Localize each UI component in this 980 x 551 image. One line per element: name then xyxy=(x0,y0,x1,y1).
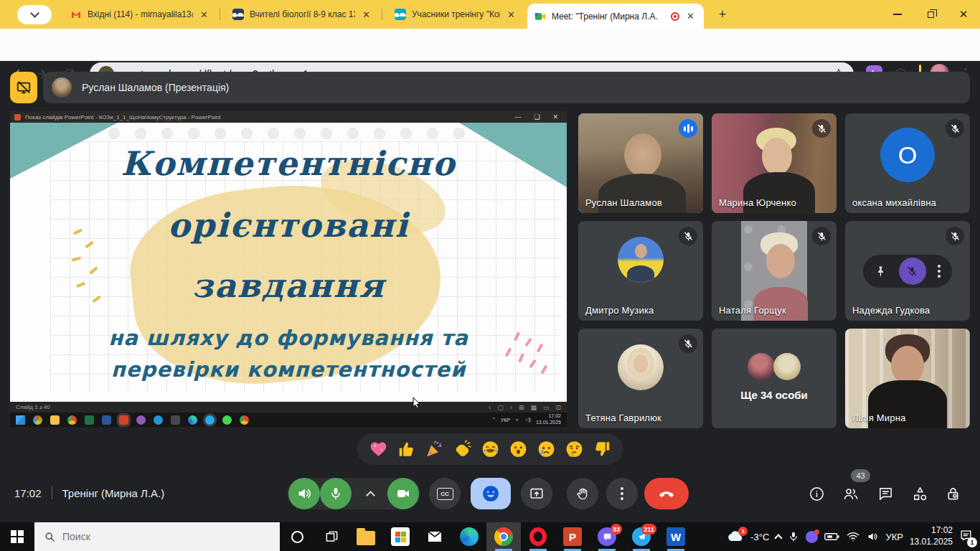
stop-presenting-button[interactable] xyxy=(10,72,37,103)
minimize-icon xyxy=(893,14,902,15)
camera-button[interactable] xyxy=(387,478,419,509)
meeting-details-button[interactable] xyxy=(808,485,825,502)
participant-tile[interactable]: Руслан Шаламов xyxy=(578,113,703,213)
battery-icon[interactable] xyxy=(824,532,840,542)
taskbar-viber[interactable]: 33 xyxy=(590,522,624,551)
wifi-icon[interactable] xyxy=(847,531,859,542)
volume-icon[interactable] xyxy=(866,531,879,542)
show-participants-button[interactable] xyxy=(842,485,859,502)
clapping-hands-icon[interactable] xyxy=(453,440,472,459)
tray-viber[interactable] xyxy=(806,531,818,543)
slide: Компетентнісно орієнтовані завдання на ш… xyxy=(10,123,567,402)
participant-name: Наталя Горщук xyxy=(719,305,786,316)
thumbs-up-icon[interactable] xyxy=(397,440,416,459)
view-reading-icon[interactable]: ▦ xyxy=(530,404,537,411)
host-controls-button[interactable] xyxy=(944,485,961,502)
slide-title-line: Компетентнісно xyxy=(39,144,538,183)
opera-icon xyxy=(529,527,547,546)
activities-button[interactable] xyxy=(911,485,928,502)
presenter-avatar xyxy=(52,77,72,98)
participant-tile[interactable]: Марина Юрченко xyxy=(712,113,837,213)
party-popper-icon[interactable] xyxy=(425,440,444,459)
view-slideshow-icon[interactable]: ⊡ xyxy=(555,404,561,411)
close-icon[interactable]: ✕ xyxy=(506,9,517,20)
search-input[interactable] xyxy=(62,531,235,542)
close-icon[interactable]: ✕ xyxy=(199,9,209,20)
tab-search-button[interactable] xyxy=(17,5,52,24)
thinking-face-icon[interactable] xyxy=(565,440,584,459)
action-center-button[interactable]: 1 xyxy=(959,529,973,545)
taskbar-powerpoint[interactable]: P xyxy=(555,522,590,551)
participant-tile[interactable]: Наталя Горщук xyxy=(712,221,837,321)
captions-button[interactable]: CC xyxy=(429,478,461,509)
captions-icon: CC xyxy=(437,488,453,500)
window-close-button[interactable]: ✕ xyxy=(947,0,980,29)
reactions-bar xyxy=(357,433,623,465)
start-button[interactable] xyxy=(0,522,34,551)
participant-tile[interactable]: Надежда Гудкова xyxy=(845,221,970,321)
edge-icon xyxy=(460,527,479,546)
tray-expand-icon[interactable] xyxy=(775,534,783,542)
weather-app[interactable]: 1 xyxy=(727,529,744,545)
sparkling-heart-icon[interactable] xyxy=(369,440,388,459)
language-indicator[interactable]: УКР xyxy=(885,532,903,542)
face-with-tears-of-joy-icon[interactable] xyxy=(481,440,500,459)
crying-face-icon[interactable] xyxy=(537,440,556,459)
tab-participants[interactable]: Учасники тренінгу "Компетент ✕ xyxy=(387,0,524,29)
taskbar-edge[interactable] xyxy=(452,522,486,551)
surprised-face-icon[interactable] xyxy=(509,440,528,459)
tray-clock[interactable]: 17:02 13.01.2025 xyxy=(910,525,953,547)
microphone-button[interactable] xyxy=(320,478,352,509)
window-minimize-button[interactable] xyxy=(881,0,914,29)
next-slide-icon[interactable]: › xyxy=(510,404,512,411)
speaker-button[interactable] xyxy=(288,478,320,509)
prev-slide-icon[interactable]: ‹ xyxy=(489,404,491,411)
taskbar-telegram[interactable]: 211 xyxy=(624,522,659,551)
taskbar-cortana[interactable] xyxy=(280,522,314,551)
tab-separator xyxy=(382,9,382,20)
participant-tile[interactable]: Лілія Мирна xyxy=(845,329,970,428)
present-screen-button[interactable] xyxy=(521,478,552,509)
taskbar-task-view[interactable] xyxy=(314,522,349,551)
close-icon[interactable]: ✕ xyxy=(361,9,372,20)
slide-menu-icon[interactable]: ▢ xyxy=(497,404,504,411)
ppt-minimize-button[interactable]: — xyxy=(510,113,525,121)
pin-icon[interactable] xyxy=(875,265,887,278)
participant-tile[interactable]: Дмитро Музика xyxy=(578,221,703,321)
tab-gmail[interactable]: Вхідні (114) - mirnayalila13@ho ✕ xyxy=(63,0,217,29)
more-options-button[interactable] xyxy=(606,478,638,509)
participant-photo-avatar xyxy=(618,237,664,283)
view-grid-icon[interactable]: ⊞ xyxy=(519,404,524,411)
close-icon[interactable]: ✕ xyxy=(685,11,696,22)
taskbar-opera[interactable] xyxy=(521,522,555,551)
overflow-tile[interactable]: Ще 34 особи xyxy=(712,329,837,428)
tab-meet-active[interactable]: Meet: "Тренінг (Мирна Л.А. ✕ xyxy=(527,4,704,29)
viber-icon: 33 xyxy=(598,527,616,546)
window-restore-button[interactable] xyxy=(914,0,947,29)
tile-more-options-button[interactable] xyxy=(938,265,941,278)
new-tab-button[interactable]: + xyxy=(714,6,731,23)
mic-off-icon xyxy=(946,119,964,138)
taskbar-store[interactable] xyxy=(383,522,418,551)
participant-tile[interactable]: O оксана михайлівна xyxy=(845,113,970,213)
ppt-close-button[interactable]: ✕ xyxy=(548,113,562,121)
audio-options-button[interactable] xyxy=(362,478,379,509)
raise-hand-button[interactable] xyxy=(567,478,598,509)
taskbar-word[interactable]: W xyxy=(659,522,693,551)
whatsapp-icon xyxy=(222,415,232,425)
reactions-toggle-button[interactable] xyxy=(471,478,511,509)
taskbar-mail[interactable] xyxy=(418,522,452,551)
taskbar-chrome-active[interactable] xyxy=(486,522,521,551)
view-normal-icon[interactable]: ▭ xyxy=(543,404,550,411)
participant-tile[interactable]: Тетяна Гаврилюк xyxy=(578,329,703,428)
taskbar-search[interactable] xyxy=(34,522,280,551)
chat-button[interactable] xyxy=(877,485,894,502)
tray-mic-icon[interactable] xyxy=(788,531,799,542)
thumbs-down-icon[interactable] xyxy=(593,440,612,459)
tab-teachers[interactable]: Вчителі біології 8-9 клас 13-17 ✕ xyxy=(225,0,379,29)
ppt-restore-button[interactable]: ❑ xyxy=(529,113,544,121)
mute-participant-button[interactable] xyxy=(899,258,926,285)
leave-call-button[interactable] xyxy=(644,478,689,509)
mail-icon xyxy=(426,528,443,545)
taskbar-file-explorer[interactable] xyxy=(349,522,383,551)
